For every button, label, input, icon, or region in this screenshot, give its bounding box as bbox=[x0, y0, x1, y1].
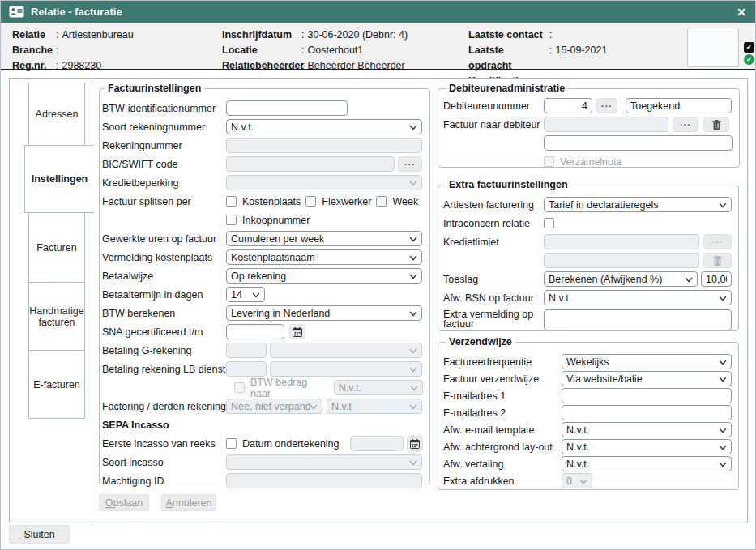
form-row: Afw. vertaling N.v.t. bbox=[443, 456, 732, 471]
relatie-facturatie-window: Relatie - facturatie ✕ Relatie:Artiesten… bbox=[0, 0, 756, 550]
form-row: Afw. achtergrond lay-out N.v.t. bbox=[443, 439, 732, 454]
btw-bedrag-select: N.v.t. bbox=[334, 380, 423, 395]
form-row: BTW berekenen Levering in Nederland bbox=[102, 305, 423, 321]
toeslag-percentage-input[interactable] bbox=[701, 271, 732, 287]
form-row: Betaling G-rekening bbox=[102, 343, 423, 358]
verzamelnota-checkbox bbox=[544, 156, 554, 167]
afw-bsn-select[interactable]: N.v.t. bbox=[544, 290, 732, 305]
vermelding-kostenplaats-select[interactable]: Kostenplaatsnaam bbox=[226, 249, 422, 265]
afw-achtergrond-layout-select[interactable]: N.v.t. bbox=[562, 439, 732, 454]
betaaltermijn-select[interactable]: 14 bbox=[226, 287, 265, 302]
tab-e-facturen[interactable]: E-facturen bbox=[28, 350, 85, 419]
form-row: Debiteurennummer ··· bbox=[443, 98, 733, 113]
field-label: Betaling G-rekening bbox=[102, 345, 226, 356]
field-label: BTW berekenen bbox=[102, 308, 226, 319]
g-rekening-pct-input bbox=[226, 343, 267, 358]
sepa-incasso-heading: SEPA Incasso bbox=[102, 420, 169, 431]
btw-berekenen-select[interactable]: Levering in Nederland bbox=[226, 305, 422, 321]
field-label: BTW-identificatienummer bbox=[102, 103, 226, 114]
chevron-down-icon bbox=[410, 386, 418, 391]
form-row: Vermelding kostenplaats Kostenplaatsnaam bbox=[102, 249, 423, 265]
machtiging-id-input bbox=[226, 473, 422, 488]
window-title: Relatie - facturatie bbox=[31, 6, 734, 18]
chevron-down-icon bbox=[719, 296, 727, 301]
chevron-down-icon bbox=[409, 181, 417, 186]
tab-adressen[interactable]: Adressen bbox=[28, 83, 85, 146]
inschrijfdatum-value: 30-06-2020 (Debnr: 4) bbox=[307, 28, 408, 43]
tab-handmatige-facturen[interactable]: Handmatige facturen bbox=[28, 282, 85, 351]
tab-facturen[interactable]: Facturen bbox=[28, 212, 85, 283]
tab-instellingen[interactable]: Instellingen bbox=[24, 145, 94, 213]
form-row: Eerste incasso van reeks Datum onderteke… bbox=[102, 436, 423, 451]
form-row: BTW-identificatienummer bbox=[102, 100, 423, 116]
toeslag-select[interactable]: Berekenen (Afwijkend %) bbox=[544, 271, 698, 287]
afw-email-template-select[interactable]: N.v.t. bbox=[562, 422, 732, 437]
emailadres-2-input[interactable] bbox=[562, 405, 732, 420]
field-label: Afw. vertaling bbox=[443, 458, 562, 470]
form-row: Artiesten facturering Tarief in declarat… bbox=[443, 197, 732, 212]
laatste-opdracht-value: 15-09-2021 bbox=[555, 43, 607, 74]
chevron-down-icon bbox=[409, 274, 417, 279]
intraconcern-checkbox[interactable] bbox=[544, 218, 554, 228]
datum-ondertekening-calendar-button[interactable] bbox=[407, 436, 423, 451]
form-row: Extra vermelding op factuur bbox=[443, 309, 732, 331]
extra-vermelding-textarea[interactable] bbox=[544, 309, 732, 330]
form-row: Betaalwijze Op rekening bbox=[102, 268, 423, 284]
field-label: Rekeningnummer bbox=[102, 140, 226, 151]
factuur-verzendwijze-select[interactable]: Via website/balie bbox=[562, 371, 732, 386]
gewerkte-uren-select[interactable]: Cumuleren per week bbox=[226, 231, 422, 246]
form-row: Afw. BSN op factuur N.v.t. bbox=[443, 290, 732, 305]
field-label: Afw. e-mail template bbox=[443, 424, 562, 436]
form-row: Inkoopnummer bbox=[102, 212, 423, 228]
debiteur-extra-input[interactable] bbox=[544, 135, 733, 151]
sna-calendar-button[interactable] bbox=[289, 324, 305, 339]
debiteurennummer-browse-button[interactable]: ··· bbox=[596, 98, 617, 113]
factuur-naar-debiteur-delete-button[interactable] bbox=[703, 117, 729, 132]
rekeningnummer-input bbox=[226, 138, 422, 153]
field-label: Machtiging ID bbox=[102, 475, 226, 487]
soort-rekeningnummer-select[interactable]: N.v.t. bbox=[226, 119, 422, 134]
chevron-down-icon bbox=[252, 292, 260, 298]
calendar-icon bbox=[410, 439, 420, 449]
btw-bedrag-checkbox bbox=[234, 382, 245, 393]
bic-browse-button[interactable]: ··· bbox=[398, 156, 422, 172]
checkbox-label: Flexwerker bbox=[316, 196, 376, 207]
form-row: E-mailadres 1 bbox=[443, 388, 732, 403]
sluiten-button[interactable]: Sluiten bbox=[9, 525, 70, 544]
eerste-incasso-checkbox[interactable] bbox=[226, 438, 237, 449]
flexwerker-checkbox[interactable] bbox=[305, 196, 316, 207]
close-icon[interactable]: ✕ bbox=[734, 6, 749, 19]
btw-identificatienummer-input[interactable] bbox=[226, 100, 348, 116]
kostenplaats-checkbox[interactable] bbox=[226, 196, 237, 207]
soort-incasso-select bbox=[226, 454, 422, 470]
section-legend: Verzendwijze bbox=[446, 336, 515, 347]
factuur-naar-debiteur-browse-button[interactable]: ··· bbox=[673, 117, 698, 132]
emailadres-1-input[interactable] bbox=[562, 388, 732, 403]
header-row: Laatste contact: bbox=[468, 28, 607, 43]
afw-vertaling-select[interactable]: N.v.t. bbox=[562, 456, 732, 471]
datum-ondertekening-input bbox=[350, 436, 404, 451]
factureerfrequentie-select[interactable]: Wekelijks bbox=[562, 354, 732, 369]
ellipsis-icon: ··· bbox=[712, 238, 724, 246]
chevron-down-icon bbox=[719, 462, 727, 467]
field-label: BIC/SWIFT code bbox=[102, 159, 226, 170]
artiesten-facturering-select[interactable]: Tarief in declaratieregels bbox=[544, 197, 732, 212]
debiteur-status-input[interactable] bbox=[626, 98, 732, 113]
regnr-value: 2988230 bbox=[62, 58, 101, 74]
field-label: Factuur splitsen per bbox=[102, 196, 226, 207]
week-checkbox[interactable] bbox=[376, 196, 387, 207]
checkbox-label: Kostenplaats bbox=[237, 196, 305, 207]
inkoopnummer-checkbox[interactable] bbox=[226, 215, 237, 225]
annuleren-button: Annuleren bbox=[161, 494, 216, 511]
sna-datum-input[interactable] bbox=[226, 324, 284, 339]
debiteurennummer-input[interactable] bbox=[544, 98, 592, 113]
ellipsis-icon: ··· bbox=[601, 102, 613, 110]
tab-strip: Adressen Instellingen Facturen Handmatig… bbox=[10, 79, 92, 522]
chevron-down-icon bbox=[409, 311, 417, 317]
trash-icon bbox=[712, 120, 721, 130]
bic-swift-input bbox=[226, 156, 395, 172]
verzendwijze-section: Verzendwijze Factureerfrequentie Wekelij… bbox=[438, 336, 739, 490]
form-row: Betaaltermijn in dagen 14 bbox=[102, 287, 423, 302]
betaalwijze-select[interactable]: Op rekening bbox=[226, 268, 422, 284]
opslaan-button: Opslaan bbox=[99, 494, 149, 511]
